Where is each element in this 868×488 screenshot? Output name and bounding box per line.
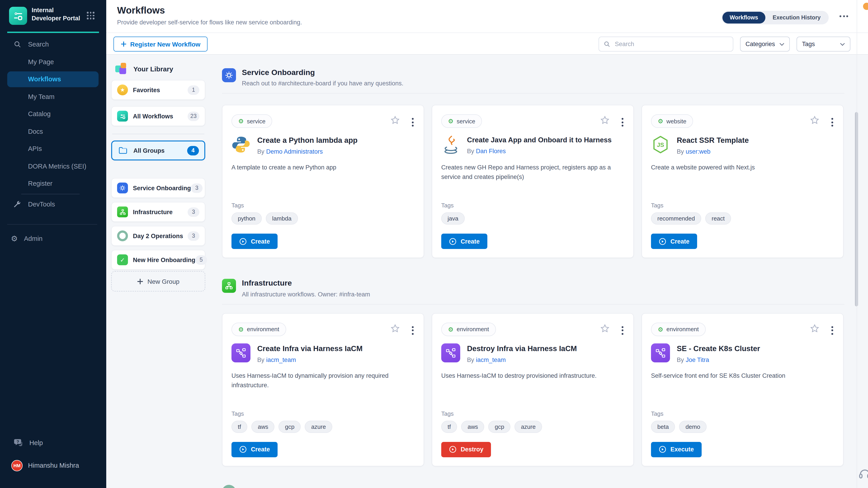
chevron-down-icon — [840, 42, 845, 46]
favorite-star-icon[interactable] — [390, 324, 400, 333]
workflow-card-create-infra-iacm: ⚙environment Create Infra via Harness Ia… — [222, 313, 424, 466]
favorite-star-icon[interactable] — [810, 116, 819, 125]
plus-icon — [121, 41, 127, 47]
sidebar-item-catalog[interactable]: Catalog — [0, 105, 106, 123]
help-button[interactable]: ? Help — [0, 436, 106, 450]
section-divider — [222, 304, 844, 304]
execute-button[interactable]: Execute — [651, 442, 702, 457]
resource-center-icon[interactable] — [858, 467, 868, 481]
tag: recommended — [651, 213, 701, 225]
favorite-star-icon[interactable] — [810, 324, 819, 333]
search-input[interactable] — [614, 40, 722, 48]
favorite-star-icon[interactable] — [600, 324, 610, 333]
check-icon: ✓ — [117, 254, 128, 265]
brand-accent-rule — [7, 32, 99, 33]
library-item-new-hire-onboarding[interactable]: ✓ New Hire Onboarding 5 — [111, 250, 205, 270]
sidebar-item-workflows[interactable]: Workflows — [7, 71, 98, 87]
app-window: Internal Developer Portal Search My Page… — [0, 0, 868, 488]
pipeline-icon — [231, 344, 250, 362]
library-item-infrastructure[interactable]: Infrastructure 3 — [111, 202, 205, 222]
workflow-description: A template to create a new Python app — [231, 163, 414, 173]
favorite-star-icon[interactable] — [600, 116, 610, 125]
tags-label: Tags — [441, 202, 454, 209]
sidebar-item-register[interactable]: Register — [0, 175, 106, 192]
count-badge: 23 — [188, 111, 199, 121]
new-group-button[interactable]: New Group — [111, 271, 205, 291]
workflow-card-destroy-infra-iacm: ⚙environment Destroy Infra via Harness I… — [432, 313, 634, 466]
content-area: Your Library ★ Favorites 1 All Workflows… — [106, 55, 868, 488]
author-link[interactable]: iacm_team — [266, 356, 296, 363]
pipeline-icon — [651, 344, 670, 362]
author-link[interactable]: user:web — [686, 148, 711, 155]
favorite-star-icon[interactable] — [390, 116, 400, 125]
card-identity: Create Infra via Harness IaCM Byiacm_tea… — [231, 344, 363, 363]
scrollbar-thumb[interactable] — [855, 112, 858, 306]
sidebar-item-search[interactable]: Search — [0, 36, 106, 53]
sidebar-item-apis[interactable]: APIs — [0, 140, 106, 158]
sidebar-item-admin[interactable]: ⚙ Admin — [0, 230, 106, 248]
user-menu[interactable]: HM Himanshu Mishra — [0, 459, 106, 472]
section-title: Infrastructure — [242, 279, 370, 288]
cards-row: ⚙environment Create Infra via Harness Ia… — [222, 313, 844, 466]
tag: aws — [251, 421, 274, 433]
workflow-title: Destroy Infra via Harness IaCM — [467, 344, 577, 353]
library-item-all-workflows[interactable]: All Workflows 23 — [111, 106, 205, 126]
author-link[interactable]: Demo Administrators — [266, 148, 323, 155]
sidebar-item-my-team[interactable]: My Team — [0, 88, 106, 105]
workflow-description: Create a website powered with Next.js — [651, 163, 834, 173]
sidebar-item-dora-metrics[interactable]: DORA Metrics (SEI) — [0, 158, 106, 175]
tags-label: Tags — [441, 410, 454, 417]
register-new-workflow-button[interactable]: Register New Workflow — [114, 37, 208, 52]
search-icon — [603, 41, 610, 47]
sidebar-item-docs[interactable]: Docs — [0, 123, 106, 140]
toolbar: Register New Workflow Categories Tags — [106, 33, 868, 55]
library-item-day-2-operations[interactable]: Day 2 Operations 3 — [111, 226, 205, 246]
create-button[interactable]: Create — [231, 442, 278, 457]
tag: aws — [461, 421, 484, 433]
nav-divider — [21, 194, 80, 194]
destroy-button[interactable]: Destroy — [441, 442, 491, 457]
tags-label: Tags — [651, 202, 663, 209]
apps-grid-icon[interactable] — [87, 12, 94, 20]
library-item-favorites[interactable]: ★ Favorites 1 — [111, 80, 205, 100]
toggle-workflows[interactable]: Workflows — [722, 12, 765, 24]
create-button[interactable]: Create — [651, 234, 697, 249]
section-header-day-2-operations: Day 2 Operations — [222, 485, 844, 488]
sidebar-item-devtools[interactable]: DevTools — [0, 195, 106, 213]
author-link[interactable]: Joe Titra — [686, 356, 709, 363]
library-item-service-onboarding[interactable]: Service Onboarding 3 — [111, 178, 205, 198]
scrollbar-track — [857, 0, 857, 488]
card-identity: Destroy Infra via Harness IaCM Byiacm_te… — [441, 344, 577, 363]
infrastructure-icon — [117, 206, 128, 217]
kebab-menu-icon[interactable] — [621, 117, 624, 128]
sidebar-item-label: Search — [28, 41, 49, 48]
workflow-search — [598, 37, 733, 52]
workflow-title: Create Infra via Harness IaCM — [257, 344, 363, 353]
kebab-menu-icon[interactable] — [411, 325, 414, 336]
card-identity: Create a Python lambda app ByDemo Admini… — [231, 135, 358, 155]
create-button[interactable]: Create — [441, 234, 487, 249]
tags-label: Tags — [651, 410, 663, 417]
categories-dropdown[interactable]: Categories — [740, 37, 790, 52]
toggle-execution-history[interactable]: Execution History — [765, 14, 828, 21]
kebab-menu-icon[interactable] — [831, 117, 834, 128]
tag: gcp — [279, 421, 301, 433]
tags-dropdown[interactable]: Tags — [797, 37, 850, 52]
gear-icon: ⚙ — [238, 118, 244, 125]
kebab-menu-icon[interactable] — [831, 325, 834, 336]
tags-label: Tags — [231, 202, 244, 209]
create-button[interactable]: Create — [231, 234, 278, 249]
more-menu-icon[interactable] — [839, 15, 848, 17]
folder-icon — [118, 145, 128, 156]
author-link[interactable]: iacm_team — [476, 356, 506, 363]
play-icon — [659, 238, 666, 246]
gear-icon: ⚙ — [658, 118, 663, 125]
kebab-menu-icon[interactable] — [411, 117, 414, 128]
library-item-all-groups[interactable]: All Groups 4 — [111, 140, 205, 160]
section-title: Day 2 Operations — [242, 487, 305, 488]
sidebar-item-my-page[interactable]: My Page — [0, 53, 106, 70]
author-link[interactable]: Dan Flores — [476, 148, 506, 155]
brand-header: Internal Developer Portal — [0, 0, 106, 32]
kebab-menu-icon[interactable] — [621, 325, 624, 336]
ring-icon — [222, 485, 236, 488]
